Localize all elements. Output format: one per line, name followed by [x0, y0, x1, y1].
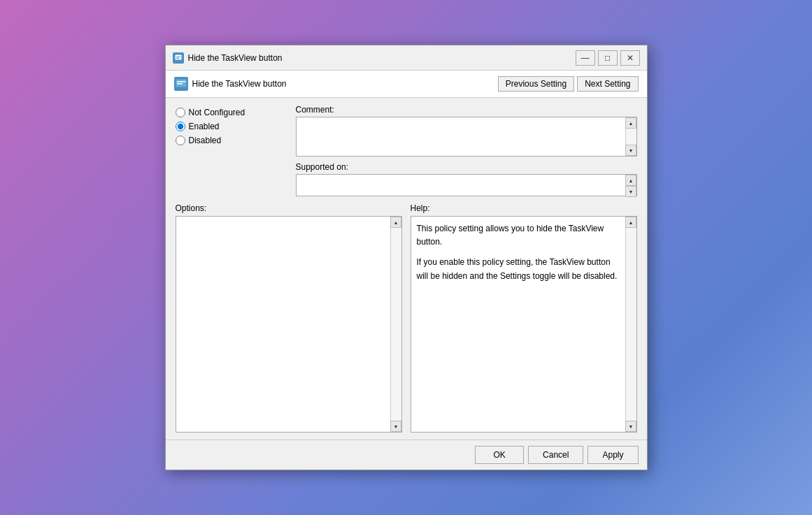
dialog-body: Not Configured Enabled Disabled Comment:	[166, 98, 647, 440]
radio-section: Not Configured Enabled Disabled	[176, 105, 287, 196]
help-text: This policy setting allows you to hide t…	[411, 217, 625, 432]
comment-scroll-down[interactable]: ▼	[625, 145, 636, 156]
not-configured-label: Not Configured	[189, 108, 245, 117]
comment-scroll-up[interactable]: ▲	[625, 117, 636, 129]
dialog-header-left: Hide the TaskView button	[174, 77, 287, 91]
disabled-label: Disabled	[189, 136, 222, 145]
comment-input[interactable]	[297, 117, 625, 156]
dialog-window: Hide the TaskView button — □ ✕ Hide the …	[165, 45, 648, 470]
supported-area: Supported on: ▲ ▼	[296, 162, 637, 196]
previous-setting-button[interactable]: Previous Setting	[498, 76, 574, 92]
not-configured-radio[interactable]	[176, 108, 185, 117]
svg-rect-2	[176, 58, 179, 59]
top-section: Not Configured Enabled Disabled Comment:	[176, 105, 637, 196]
options-section: Options: ▲ ▼	[176, 203, 402, 433]
comment-scroll-track	[626, 129, 636, 145]
bottom-section: Options: ▲ ▼ Help: This policy setting a…	[176, 203, 637, 433]
options-scroll-up[interactable]: ▲	[390, 217, 401, 228]
options-inner	[176, 217, 390, 432]
header-title: Hide the TaskView button	[192, 79, 287, 89]
cancel-button[interactable]: Cancel	[528, 446, 583, 464]
supported-scroll-down[interactable]: ▼	[625, 186, 636, 197]
help-paragraph-2: If you enable this policy setting, the T…	[417, 256, 620, 282]
supported-box: ▲ ▼	[296, 174, 637, 196]
disabled-radio[interactable]	[176, 136, 185, 145]
options-scroll-down[interactable]: ▼	[390, 421, 401, 432]
help-paragraph-1: This policy setting allows you to hide t…	[417, 222, 620, 249]
header-buttons: Previous Setting Next Setting	[498, 76, 639, 92]
ok-button[interactable]: OK	[475, 446, 524, 464]
enabled-radio[interactable]	[176, 122, 185, 131]
supported-scrollbar: ▲ ▼	[625, 175, 636, 196]
help-scroll-down[interactable]: ▼	[625, 421, 636, 432]
policy-icon	[173, 52, 184, 64]
header-icon	[174, 77, 188, 91]
options-scroll-track	[391, 228, 401, 421]
help-scroll-up[interactable]: ▲	[625, 217, 636, 228]
supported-label: Supported on:	[296, 162, 637, 172]
options-scrollbar: ▲ ▼	[390, 217, 401, 432]
minimize-button[interactable]: —	[576, 50, 595, 66]
comment-area: ▲ ▼	[296, 117, 637, 157]
supported-inner	[297, 175, 625, 196]
title-bar: Hide the TaskView button — □ ✕	[166, 45, 647, 71]
supported-scroll-up[interactable]: ▲	[625, 175, 636, 186]
enabled-label: Enabled	[189, 122, 220, 131]
disabled-option[interactable]: Disabled	[176, 136, 287, 145]
not-configured-option[interactable]: Not Configured	[176, 108, 287, 117]
apply-button[interactable]: Apply	[587, 446, 638, 464]
dialog-footer: OK Cancel Apply	[166, 440, 647, 470]
title-bar-controls: — □ ✕	[576, 50, 640, 66]
maximize-button[interactable]: □	[598, 50, 618, 66]
right-panel: Comment: ▲ ▼ Supported on: ▲	[296, 105, 637, 196]
options-box: ▲ ▼	[176, 216, 402, 433]
title-bar-left: Hide the TaskView button	[173, 52, 283, 64]
svg-rect-1	[176, 57, 180, 57]
comment-label: Comment:	[296, 105, 637, 115]
help-box: This policy setting allows you to hide t…	[411, 216, 637, 433]
svg-rect-4	[177, 81, 185, 82]
help-section: Help: This policy setting allows you to …	[411, 203, 637, 433]
options-label: Options:	[176, 203, 402, 213]
next-setting-button[interactable]: Next Setting	[577, 76, 638, 92]
enabled-option[interactable]: Enabled	[176, 122, 287, 131]
dialog-header: Hide the TaskView button Previous Settin…	[166, 71, 647, 98]
help-scroll-track	[626, 228, 636, 421]
close-button[interactable]: ✕	[620, 50, 640, 66]
svg-rect-5	[177, 83, 183, 85]
help-scrollbar: ▲ ▼	[625, 217, 636, 432]
help-label: Help:	[411, 203, 637, 213]
title-bar-text: Hide the TaskView button	[188, 53, 283, 63]
comment-scrollbar: ▲ ▼	[625, 117, 636, 156]
